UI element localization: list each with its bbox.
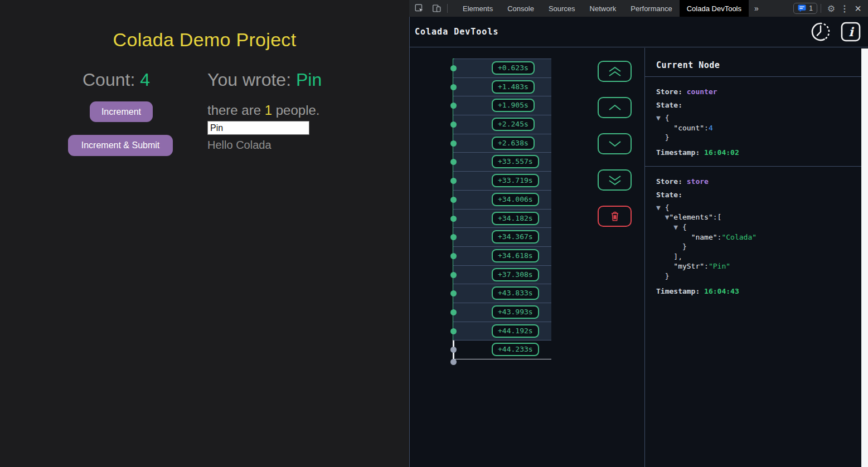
close-devtools-icon[interactable]: ×	[851, 3, 865, 14]
timeline-dot	[450, 159, 457, 165]
timeline-row: +44.192s	[453, 322, 551, 341]
tab-network[interactable]: Network	[583, 0, 624, 17]
timeline-entry-button[interactable]: +43.833s	[492, 286, 539, 300]
timeline-row: +33.557s	[453, 153, 551, 172]
state-label: State:	[656, 191, 861, 199]
more-tabs-icon[interactable]: »	[749, 4, 764, 13]
timeline-dot	[450, 65, 457, 71]
settings-gear-icon[interactable]: ⚙	[825, 3, 838, 14]
tab-performance[interactable]: Performance	[623, 0, 679, 17]
timeline-row: +43.993s	[453, 303, 551, 322]
timeline-row: +33.719s	[453, 172, 551, 191]
timeline-row: +2.638s	[453, 134, 551, 153]
store-section-counter: Store: counterState:▼ { "count":4 }Times…	[645, 77, 861, 167]
timeline-row: +34.618s	[453, 247, 551, 266]
timeline-dot	[450, 272, 457, 278]
tab-colada-devtools[interactable]: Colada DevTools	[680, 0, 749, 17]
timeline-dot	[450, 103, 457, 109]
timeline-row: +37.308s	[453, 266, 551, 285]
timeline-dot	[450, 121, 457, 128]
jump-to-end-button[interactable]	[598, 169, 632, 191]
collapse-triangle-icon[interactable]: ▼	[656, 114, 661, 122]
timeline-entry-button[interactable]: +44.192s	[492, 324, 539, 338]
device-toolbar-icon[interactable]	[429, 1, 444, 16]
timeline-entry-button[interactable]: +44.233s	[492, 343, 539, 356]
timeline-row: +34.367s	[453, 228, 551, 247]
store-name: store	[687, 177, 709, 186]
step-back-button[interactable]	[598, 97, 632, 118]
timeline-entry-button[interactable]: +34.367s	[492, 230, 539, 244]
tabbar-separator2	[821, 4, 821, 13]
timeline-row: +2.245s	[453, 115, 551, 134]
timeline-entry-button[interactable]: +34.618s	[492, 249, 539, 262]
timeline-entry-button[interactable]: +43.993s	[492, 305, 539, 319]
json-line: ▼ {	[656, 113, 861, 123]
inspect-element-icon[interactable]	[412, 1, 426, 16]
json-line: "name":"Colada"	[656, 232, 861, 242]
timeline-entry-button[interactable]: +34.182s	[492, 212, 539, 225]
timeline-entry-button[interactable]: +2.638s	[492, 137, 535, 150]
collapse-triangle-icon[interactable]: ▼	[656, 203, 661, 212]
inspector-title: Current Node	[645, 48, 861, 77]
you-wrote-line: You wrote: Pin	[207, 70, 322, 90]
timeline-entry-button[interactable]: +33.557s	[492, 155, 539, 168]
jump-to-start-button[interactable]	[598, 61, 632, 82]
state-json-tree: ▼ { ▼"elements":[ ▼ { "name":"Colada" } …	[656, 203, 861, 281]
json-line: ▼"elements":[	[656, 212, 861, 222]
timeline-entry-button[interactable]: +34.006s	[492, 193, 539, 206]
tab-elements[interactable]: Elements	[455, 0, 500, 17]
store-line: Store: store	[656, 177, 861, 186]
issues-button[interactable]: 1	[793, 3, 817, 14]
you-wrote-value: Pin	[296, 70, 322, 90]
store-label: Store:	[656, 177, 687, 186]
chevrons-up-icon	[608, 66, 622, 77]
devtools-main: +0.623s+1.483s+1.905s+2.245s+2.638s+33.5…	[409, 48, 861, 467]
history-clock-icon[interactable]	[810, 21, 831, 42]
colada-devtools-header: Colada DevTools i	[409, 17, 868, 47]
timeline-dot	[450, 234, 457, 240]
increment-and-submit-button[interactable]: Increment & Submit	[68, 135, 173, 156]
name-input[interactable]	[207, 121, 309, 135]
timeline-entry-button[interactable]: +1.483s	[492, 80, 535, 94]
timeline-row: +1.483s	[453, 78, 551, 97]
timeline-dot	[450, 253, 457, 259]
people-text-after: people.	[272, 103, 319, 118]
timeline-end-dot	[450, 359, 457, 365]
timeline-entry-button[interactable]: +1.905s	[492, 99, 535, 112]
timeline-rows: +0.623s+1.483s+1.905s+2.245s+2.638s+33.5…	[453, 59, 551, 359]
timeline-panel: +0.623s+1.483s+1.905s+2.245s+2.638s+33.5…	[409, 48, 645, 467]
timeline-dot	[450, 197, 457, 203]
json-line: }	[656, 133, 861, 143]
timeline-dot	[450, 290, 457, 296]
collapse-triangle-icon[interactable]: ▼	[673, 223, 678, 231]
scrollbar[interactable]	[861, 48, 868, 467]
store-section-store: Store: storeState:▼ { ▼"elements":[ ▼ { …	[645, 167, 861, 305]
count-value: 4	[140, 70, 150, 90]
timeline-entry-button[interactable]: +37.308s	[492, 268, 539, 281]
info-icon[interactable]: i	[840, 21, 861, 42]
json-line: "count":4	[656, 123, 861, 133]
tab-sources[interactable]: Sources	[541, 0, 583, 17]
timeline-dot	[450, 328, 457, 334]
tab-console[interactable]: Console	[500, 0, 541, 17]
timeline-entry-button[interactable]: +2.245s	[492, 118, 535, 131]
kebab-menu-icon[interactable]: ⋮	[838, 3, 851, 14]
timeline-dot	[450, 140, 457, 147]
timestamp-line: Timestamp: 16:04:43	[656, 287, 861, 295]
delete-button[interactable]	[598, 206, 632, 227]
json-line: ],	[656, 252, 861, 262]
timeline-dot	[450, 347, 457, 353]
timestamp-value: 16:04:43	[704, 287, 739, 295]
timeline-entry-button[interactable]: +33.719s	[492, 174, 539, 187]
increment-button[interactable]: Increment	[90, 101, 153, 122]
devtools-panel: ElementsConsoleSourcesNetworkPerformance…	[409, 0, 868, 467]
timestamp-label: Timestamp:	[656, 148, 704, 157]
timeline-row: +0.623s	[453, 59, 551, 78]
step-forward-button[interactable]	[598, 133, 632, 154]
tabbar-right-controls: 1 ⚙ ⋮ ×	[793, 3, 868, 14]
timestamp-line: Timestamp: 16:04:02	[656, 148, 861, 157]
timeline-entry-button[interactable]: +0.623s	[492, 61, 535, 75]
timeline-dot	[450, 178, 457, 184]
browser-window: Colada Demo Project Count: 4 You wrote: …	[0, 0, 868, 467]
chevrons-down-icon	[608, 175, 622, 186]
